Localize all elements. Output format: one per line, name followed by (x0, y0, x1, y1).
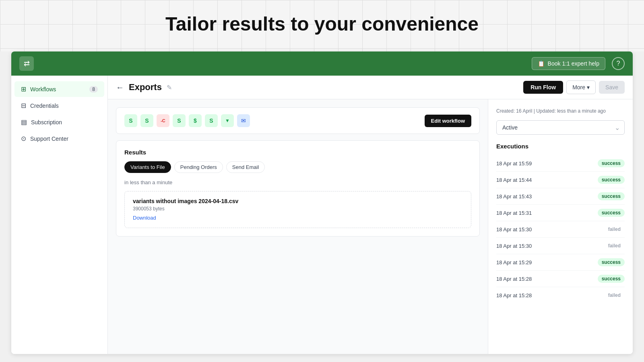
execution-row: 18 Apr at 15:30 failed (496, 221, 625, 238)
meta-info: Created: 16 April | Updated: less than a… (496, 107, 625, 115)
wf-icon-shopify1: S (124, 114, 137, 127)
tab-variants-to-file[interactable]: Variants to File (124, 161, 171, 173)
results-card: Results Variants to File Pending Orders … (116, 140, 480, 237)
exec-badge-8: failed (604, 291, 625, 299)
results-title: Results (124, 149, 471, 156)
main-area: ⊞ Workflows 8 ⊟ Credentials ▤ Subscripti… (11, 76, 633, 354)
run-flow-button[interactable]: Run Flow (523, 81, 563, 94)
book-expert-label: Book 1:1 expert help (548, 60, 599, 67)
book-expert-button[interactable]: 📋 Book 1:1 expert help (532, 57, 605, 70)
tab-send-email[interactable]: Send Email (226, 161, 265, 173)
wf-icon-email: ✉ (237, 114, 250, 127)
exec-time-5: 18 Apr at 15:30 (496, 243, 532, 249)
more-label: More (572, 84, 585, 90)
wf-icon-filter: ▼ (221, 114, 234, 127)
page-title: Tailor results to your convenience (0, 13, 644, 35)
sidebar-item-subscription[interactable]: ▤ Subscription (14, 114, 104, 130)
chevron-down-icon: ▾ (587, 84, 590, 90)
execution-row: 18 Apr at 15:44 success (496, 172, 625, 188)
execution-row: 18 Apr at 15:29 success (496, 254, 625, 271)
exec-time-2: 18 Apr at 15:43 (496, 193, 532, 200)
exec-badge-2: success (598, 192, 625, 200)
exec-time-1: 18 Apr at 15:44 (496, 177, 532, 183)
workflows-icon: ⊞ (21, 85, 26, 93)
wf-icon-minus: -C (157, 114, 169, 127)
sidebar-item-credentials-label: Credentials (30, 103, 59, 109)
app-shell: ⇄ 📋 Book 1:1 expert help ? ⊞ Workflows 8… (11, 51, 633, 354)
sidebar-item-support-label: Support Center (30, 136, 68, 142)
exec-badge-5: failed (604, 242, 625, 250)
execution-row: 18 Apr at 15:28 failed (496, 287, 625, 303)
top-bar: ⇄ 📋 Book 1:1 expert help ? (11, 51, 633, 76)
exec-time-7: 18 Apr at 15:28 (496, 276, 532, 282)
execution-row: 18 Apr at 15:59 success (496, 155, 625, 172)
subscription-icon: ▤ (21, 118, 27, 126)
execution-row: 18 Apr at 15:28 success (496, 271, 625, 287)
sidebar-item-subscription-label: Subscription (31, 119, 62, 125)
top-bar-right: 📋 Book 1:1 expert help ? (532, 57, 625, 70)
execution-row: 18 Apr at 15:31 success (496, 205, 625, 221)
left-column: S S -C S $ (108, 99, 488, 354)
executions-list: 18 Apr at 15:59 success 18 Apr at 15:44 … (496, 155, 625, 303)
exec-badge-1: success (598, 176, 625, 184)
more-button[interactable]: More ▾ (566, 80, 596, 94)
wf-icon-shopify4: S (205, 114, 218, 127)
download-link[interactable]: Download (133, 215, 156, 221)
help-button[interactable]: ? (612, 57, 625, 70)
save-button[interactable]: Save (599, 81, 625, 94)
exports-title: Exports (129, 82, 162, 93)
results-tabs: Variants to File Pending Orders Send Ema… (124, 161, 471, 173)
exec-badge-4: failed (604, 225, 625, 233)
status-select[interactable]: Active Inactive (496, 120, 625, 135)
sidebar-item-workflows-label: Workflows (30, 86, 56, 93)
tab-pending-orders[interactable]: Pending Orders (174, 161, 223, 173)
wf-icon-shopify3: S (173, 114, 186, 127)
sidebar: ⊞ Workflows 8 ⊟ Credentials ▤ Subscripti… (11, 76, 108, 354)
back-icon: ← (116, 83, 124, 92)
credentials-icon: ⊟ (21, 102, 26, 109)
edit-workflow-button[interactable]: Edit workflow (425, 115, 472, 127)
exec-time-8: 18 Apr at 15:28 (496, 292, 532, 298)
support-icon: ⊙ (21, 135, 26, 142)
file-name: variants without images 2024-04-18.csv (133, 198, 463, 204)
wf-icon-shopify2: S (140, 114, 153, 127)
content-toolbar: ← Exports ✎ Run Flow More ▾ Save (108, 76, 633, 99)
back-button[interactable]: ← (116, 83, 124, 92)
content-panel: ← Exports ✎ Run Flow More ▾ Save (108, 76, 633, 354)
exec-time-0: 18 Apr at 15:59 (496, 160, 532, 167)
file-card: variants without images 2024-04-18.csv 3… (124, 191, 471, 228)
exec-badge-3: success (598, 209, 625, 217)
exec-badge-0: success (598, 159, 625, 167)
toolbar-actions: Run Flow More ▾ Save (523, 80, 625, 94)
right-column: Created: 16 April | Updated: less than a… (488, 99, 633, 354)
execution-row: 18 Apr at 15:30 failed (496, 238, 625, 254)
two-col-layout: S S -C S $ (108, 99, 633, 354)
exec-time-3: 18 Apr at 15:31 (496, 210, 532, 216)
exec-badge-7: success (598, 275, 625, 283)
question-icon: ? (617, 60, 620, 67)
sidebar-item-credentials[interactable]: ⊟ Credentials (14, 98, 104, 113)
workflow-icons-list: S S -C S $ (124, 114, 250, 127)
file-size: 3900053 bytes (133, 206, 463, 212)
wf-icon-dollar: $ (189, 114, 202, 127)
book-icon: 📋 (538, 60, 545, 67)
sidebar-item-support[interactable]: ⊙ Support Center (14, 131, 104, 146)
executions-title: Executions (496, 143, 625, 150)
execution-row: 18 Apr at 15:43 success (496, 188, 625, 205)
workflow-icons-card: S S -C S $ (116, 107, 480, 134)
logo-icon: ⇄ (24, 59, 30, 68)
result-time: in less than a minute (124, 179, 471, 185)
edit-title-icon[interactable]: ✎ (167, 84, 172, 91)
workflows-badge: 8 (89, 86, 98, 93)
sidebar-item-workflows[interactable]: ⊞ Workflows 8 (14, 81, 104, 97)
exec-time-4: 18 Apr at 15:30 (496, 226, 532, 232)
status-select-wrapper: Active Inactive ⌄ (496, 120, 625, 135)
exec-time-6: 18 Apr at 15:29 (496, 259, 532, 265)
app-logo: ⇄ (19, 56, 34, 71)
exec-badge-6: success (598, 258, 625, 266)
